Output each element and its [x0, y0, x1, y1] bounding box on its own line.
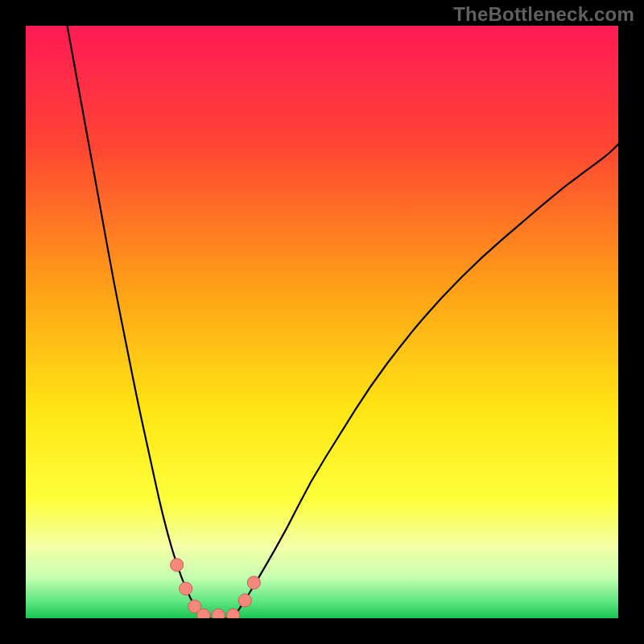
data-marker: [212, 609, 225, 618]
data-marker: [197, 609, 210, 618]
data-marker: [180, 582, 192, 595]
data-marker: [227, 609, 240, 618]
data-marker: [247, 576, 260, 589]
svg-rect-0: [26, 26, 618, 618]
chart-svg: [26, 26, 618, 618]
data-marker: [171, 559, 184, 572]
outer-frame: TheBottleneck.com: [0, 0, 644, 644]
data-marker: [238, 594, 251, 607]
watermark-text: TheBottleneck.com: [453, 3, 634, 26]
chart-plot-area: [26, 26, 618, 618]
